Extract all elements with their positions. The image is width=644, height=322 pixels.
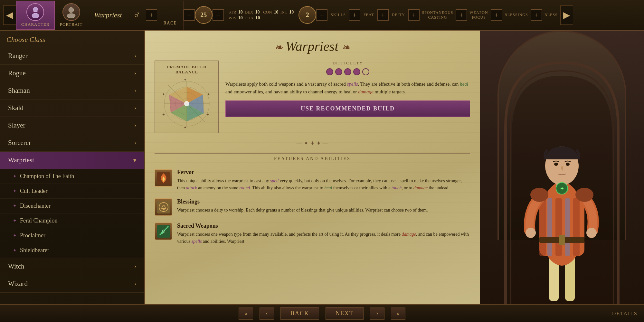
back-button[interactable]: BACK — [280, 307, 319, 320]
str-value: 10 — [238, 10, 243, 15]
class-list: Ranger › Rogue › Shaman › Skald › Slayer… — [0, 47, 144, 322]
sorcerer-arrow: › — [134, 139, 136, 146]
class-name-witch: Witch — [8, 262, 24, 270]
svg-point-3 — [67, 14, 75, 18]
nav-last-button[interactable]: » — [391, 308, 405, 320]
subclass-champion[interactable]: ✦ Champion of The Faith — [0, 169, 144, 184]
diamond-cult: ✦ — [13, 188, 17, 194]
class-name-slayer: Slayer — [8, 121, 25, 129]
class-item-wizard[interactable]: Wizard › — [0, 275, 144, 293]
wis-label: WIS — [229, 15, 236, 21]
fervor-desc: This unique ability allows the warpriest… — [177, 177, 470, 192]
character-icon — [26, 3, 44, 21]
int-label: INT — [280, 10, 288, 15]
subclass-feral-champion[interactable]: ✦ Feral Champion — [0, 213, 144, 228]
subclass-disenchanter[interactable]: ✦ Disenchanter — [0, 199, 144, 213]
dot-1 — [326, 68, 333, 75]
radar-chart: ✦ ✦ ✦ ✦ ✦ ✦ — [161, 78, 213, 129]
difficulty-section: DIFFICULTY Warpriests apply both cold we… — [225, 61, 470, 133]
dot-2 — [335, 68, 342, 75]
class-item-ranger[interactable]: Ranger › — [0, 47, 144, 65]
plus-btn-spontaneous[interactable]: + — [408, 9, 420, 21]
spontaneous-casting-label: SPONTANEOUSCASTING — [420, 10, 456, 20]
svg-point-0 — [33, 7, 38, 12]
nav-first-button[interactable]: « — [239, 308, 253, 320]
subclass-name-disenchanter: Disenchanter — [20, 203, 51, 209]
plus-btn-skills[interactable]: + — [316, 9, 327, 21]
nav-left-arrow[interactable]: ◀ — [3, 5, 16, 25]
left-panel: Choose Class Ranger › Rogue › Shaman › S… — [0, 31, 145, 322]
level2-badge: 2 — [298, 6, 316, 24]
cha-value: 10 — [255, 15, 260, 21]
portrait-icon — [62, 3, 80, 21]
feature-sacred-weapons: Sacred Weapons Warpriest chooses one wea… — [155, 223, 470, 245]
nav-prev-button[interactable]: ‹ — [260, 308, 274, 320]
svg-text:✦: ✦ — [162, 92, 165, 97]
diamond-proclaimer: ✦ — [13, 233, 17, 238]
subclass-name-cult-leader: Cult Leader — [20, 188, 47, 194]
svg-rect-45 — [559, 235, 565, 245]
class-name-warpriest: Warpriest — [8, 156, 34, 164]
warpriest-tab[interactable]: Warpriest — [88, 1, 128, 30]
center-panel: ❧ Warpriest ❧ PREMADE BUILDBALANCE — [145, 31, 480, 322]
plus-btn-feat[interactable]: + — [349, 9, 360, 21]
svg-text:✦: ✦ — [207, 92, 210, 97]
race-label: RACE — [164, 21, 177, 26]
con-value: 10 — [274, 10, 279, 15]
nav-right-arrow[interactable]: ▶ — [560, 5, 573, 25]
dex-label: DEX — [245, 10, 253, 15]
warpriest-arrow: ▾ — [133, 157, 136, 164]
plus-btn-bg[interactable]: + — [184, 9, 195, 21]
subclass-shieldbearer[interactable]: ✦ Shieldbearer — [0, 243, 144, 258]
plus-btn-ability[interactable]: + — [213, 9, 224, 21]
character-display: ✦ — [480, 31, 644, 322]
class-item-warpriest[interactable]: Warpriest ▾ — [0, 152, 144, 169]
portrait-tab-label: PORTRAIT — [60, 22, 83, 27]
cha-label: CHA — [245, 15, 253, 21]
plus-btn-blessings[interactable]: + — [491, 9, 502, 21]
svg-rect-40 — [547, 198, 552, 256]
svg-point-54 — [530, 188, 548, 202]
svg-point-2 — [69, 7, 74, 13]
class-item-skald[interactable]: Skald › — [0, 99, 144, 117]
stats-section: STR 10 DEX 10 CON 10 INT 10 WIS 10 CHA 1… — [224, 1, 298, 30]
main-content: Choose Class Ranger › Rogue › Shaman › S… — [0, 31, 644, 322]
svg-text:✦: ✦ — [184, 78, 187, 82]
use-recommended-button[interactable]: USE RECOMMENDED BUILD — [225, 100, 470, 117]
subclass-cult-leader[interactable]: ✦ Cult Leader — [0, 184, 144, 199]
tab-portrait[interactable]: PORTRAIT — [55, 1, 88, 30]
blessings-content: Blessings Warpriest chooses a deity to w… — [177, 198, 428, 216]
class-name-sorcerer: Sorcerer — [8, 139, 31, 147]
class-item-shaman[interactable]: Shaman › — [0, 82, 144, 99]
feat-label: FEAT — [360, 13, 377, 17]
details-label: DETAILS — [612, 311, 638, 317]
tab-character[interactable]: CHARACTER — [16, 1, 55, 30]
level-badge: 25 — [195, 6, 213, 24]
dex-value: 10 — [255, 10, 260, 15]
svg-point-51 — [566, 163, 570, 166]
class-item-witch[interactable]: Witch › — [0, 258, 144, 275]
class-name-skald: Skald — [8, 104, 24, 112]
class-title-text: W — [286, 39, 296, 54]
top-navigation: ◀ CHARACTER PORTRAIT Warpriest ♂ + RACE … — [0, 0, 644, 31]
active-class-name: Warpriest — [94, 11, 122, 19]
gender-symbol: ♂ — [128, 9, 146, 21]
class-item-slayer[interactable]: Slayer › — [0, 117, 144, 134]
subclass-proclaimer[interactable]: ✦ Proclaimer — [0, 228, 144, 243]
sacred-weapons-icon — [155, 223, 172, 240]
class-item-sorcerer[interactable]: Sorcerer › — [0, 134, 144, 152]
blessings-desc: Warpriest chooses a deity to worship. Ea… — [177, 207, 428, 214]
class-item-rogue[interactable]: Rogue › — [0, 65, 144, 82]
plus-btn-race[interactable]: + — [146, 9, 157, 21]
feature-blessings: Blessings Warpriest chooses a deity to w… — [155, 198, 470, 216]
plus-btn-deity[interactable]: + — [377, 9, 389, 21]
ranger-arrow: › — [134, 52, 136, 59]
weapon-focus-label: WEAPONFOCUS — [467, 10, 490, 20]
nav-next-button[interactable]: › — [370, 308, 384, 320]
plus-btn-weapon[interactable]: + — [456, 9, 467, 21]
next-button[interactable]: NEXT — [326, 307, 364, 320]
svg-point-46 — [526, 228, 536, 238]
plus-btn-bless[interactable]: + — [531, 9, 542, 21]
class-name-rogue: Rogue — [8, 69, 26, 77]
fervor-name: Fervor — [177, 169, 470, 176]
